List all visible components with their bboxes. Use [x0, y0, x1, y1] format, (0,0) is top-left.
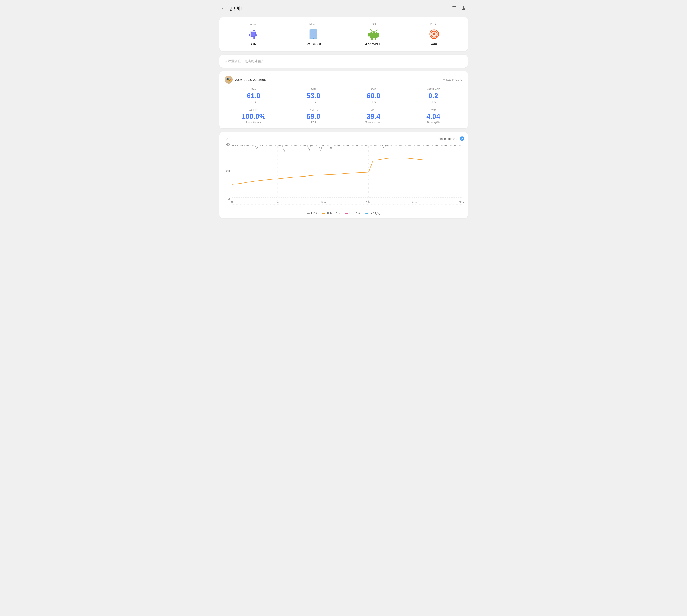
chart-temp-text: Temperature(℃)	[437, 137, 459, 140]
svg-rect-14	[254, 38, 255, 39]
svg-line-20	[376, 29, 377, 31]
header-left: ← 原神	[221, 4, 242, 13]
stat-label: ≥45FPS	[225, 109, 283, 112]
chart-svg: 60 30 0 45 40 35 0 6m 12m 18m 24m 30m	[223, 142, 464, 209]
chart-area: 60 30 0 45 40 35 0 6m 12m 18m 24m 30m	[223, 142, 464, 209]
svg-rect-25	[378, 33, 379, 37]
svg-rect-8	[256, 35, 257, 36]
svg-rect-7	[256, 34, 257, 35]
svg-text:30: 30	[226, 170, 230, 173]
legend-fps-dot	[307, 213, 310, 214]
stats-grid-row1: MAX 61.0 FPS MIN 53.0 FPS AVG 60.0 FPS V…	[225, 88, 462, 103]
svg-rect-12	[252, 38, 252, 39]
svg-rect-11	[254, 30, 255, 31]
svg-text:24m: 24m	[411, 201, 417, 204]
svg-rect-2	[251, 32, 255, 36]
stat-value: 100.0%	[225, 113, 283, 120]
stat-label: MIN	[284, 88, 343, 91]
svg-text:30m: 30m	[459, 201, 464, 204]
legend-cpu: CPU(%)	[345, 211, 360, 215]
legend-fps-label: FPS	[311, 211, 317, 215]
stat-avg-power: AVG 4.04 Power(W)	[405, 109, 462, 124]
svg-point-21	[372, 32, 373, 33]
stats-grid-row2: ≥45FPS 100.0% Smoothness 5% Low 59.0 FPS…	[225, 109, 462, 124]
platform-label: Platform	[248, 22, 258, 26]
note-card[interactable]: 未设置备注，点击此处输入	[220, 54, 468, 68]
chart-temp-label: Temperature(℃)	[437, 136, 464, 141]
stats-view: view:864x1872	[443, 78, 462, 81]
legend-cpu-label: CPU(%)	[349, 211, 360, 215]
legend-temp-label: TEMP(℃)	[326, 211, 340, 215]
profile-label: Profile	[430, 22, 438, 26]
header: ← 原神	[216, 0, 472, 17]
svg-rect-27	[375, 38, 376, 40]
svg-text:0: 0	[228, 197, 230, 201]
stat-max-temp: MAX 39.4 Temperature	[344, 109, 403, 124]
chart-legend: FPS TEMP(℃) CPU(%) GPU(%)	[223, 211, 464, 215]
platform-item-profile: Profile ###	[404, 22, 464, 46]
model-label: Model	[310, 22, 317, 26]
legend-gpu-label: GPU(%)	[370, 211, 380, 215]
stat-value: 53.0	[284, 92, 343, 100]
svg-text:18m: 18m	[366, 201, 371, 204]
svg-text:60: 60	[226, 143, 230, 147]
platform-value-profile: ###	[431, 42, 437, 46]
avatar: 🎭	[225, 75, 233, 84]
stats-header: 🎭 2025-02-20 22:25:05 view:864x1872	[225, 75, 462, 84]
stat-unit: Smoothness	[225, 121, 283, 124]
platform-icon-profile	[428, 28, 440, 40]
stat-value: 61.0	[225, 92, 283, 100]
platform-card: Platform	[220, 17, 468, 51]
filter-button[interactable]	[452, 5, 457, 12]
svg-rect-6	[256, 32, 257, 33]
stat-unit: FPS	[284, 121, 343, 124]
header-actions	[452, 5, 466, 12]
svg-text:0: 0	[231, 201, 233, 204]
platform-value-os: Android 15	[365, 42, 382, 46]
svg-rect-23	[370, 33, 378, 38]
stat-avg-fps: AVG 60.0 FPS	[344, 88, 403, 103]
stat-value: 59.0	[284, 113, 343, 120]
stat-unit: FPS	[225, 100, 283, 103]
stat-unit: Power(W)	[405, 121, 462, 124]
stat-unit: Temperature	[344, 121, 403, 124]
chart-header: FPS Temperature(℃)	[223, 136, 464, 141]
stat-unit: FPS	[344, 100, 403, 103]
chart-fps-label: FPS	[223, 137, 228, 140]
platform-value-model: SM-S9380	[305, 42, 321, 46]
back-button[interactable]: ←	[221, 6, 226, 11]
stat-label: AVG	[405, 109, 462, 112]
stats-header-left: 🎭 2025-02-20 22:25:05	[225, 75, 266, 84]
legend-temp-dot	[322, 213, 325, 214]
stat-label: 5% Low	[284, 109, 343, 112]
svg-line-19	[370, 29, 372, 31]
stat-value: 60.0	[344, 92, 403, 100]
svg-point-22	[375, 32, 376, 33]
temp-toggle-button[interactable]	[460, 136, 464, 141]
svg-rect-13	[253, 38, 253, 39]
svg-text:12m: 12m	[320, 201, 325, 204]
stat-unit: FPS	[284, 100, 343, 103]
platform-icon-chip	[247, 28, 259, 40]
stat-5pct-low: 5% Low 59.0 FPS	[284, 109, 343, 124]
svg-text:6m: 6m	[276, 201, 279, 204]
svg-rect-9	[252, 30, 252, 31]
stat-label: VARIANCE	[405, 88, 462, 91]
legend-gpu: GPU(%)	[365, 211, 380, 215]
platform-item-platform: Platform	[223, 22, 283, 46]
chart-card: FPS Temperature(℃)	[220, 132, 468, 218]
platform-item-os: OS	[344, 22, 404, 46]
svg-rect-3	[249, 32, 250, 33]
legend-fps: FPS	[307, 211, 317, 215]
stat-label: MAX	[344, 109, 403, 112]
stat-value: 4.04	[405, 113, 462, 120]
legend-cpu-dot	[345, 213, 348, 214]
svg-rect-4	[249, 34, 250, 35]
svg-rect-24	[368, 33, 370, 37]
stat-value: 39.4	[344, 113, 403, 120]
platform-icon-phone	[307, 28, 320, 40]
note-placeholder: 未设置备注，点击此处输入	[225, 59, 264, 63]
stats-card: 🎭 2025-02-20 22:25:05 view:864x1872 MAX …	[220, 71, 468, 129]
platform-item-model: Model SM-S9380	[283, 22, 344, 46]
download-button[interactable]	[461, 5, 466, 12]
